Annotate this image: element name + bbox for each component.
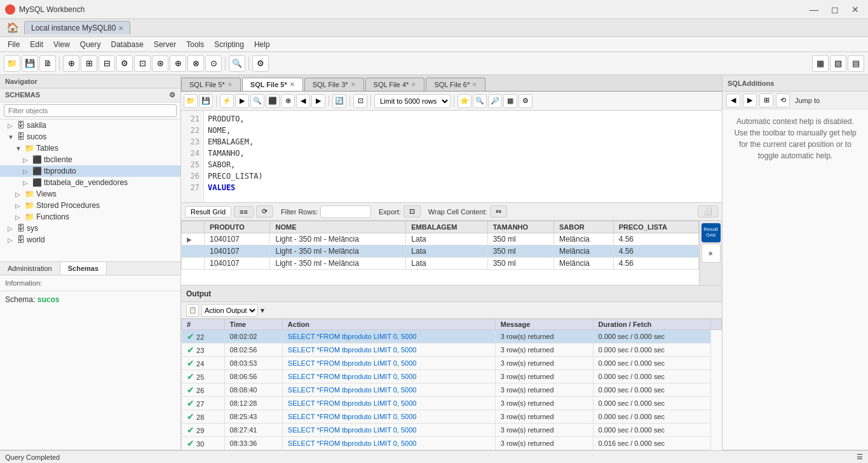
sql-find-btn[interactable]: 🔍 [473, 94, 487, 108]
result-grid-icon-btn[interactable]: ResultGrid [702, 223, 721, 242]
output-icon-btn[interactable]: 📋 [186, 304, 199, 317]
sql-format-btn[interactable]: ⊕ [281, 94, 295, 108]
output-row[interactable]: ✔ 22 08:02:02 SELECT *FROM tbproduto LIM… [182, 330, 722, 343]
col-produto[interactable]: PRODUTO [205, 221, 270, 233]
home-button[interactable]: 🏠 [5, 20, 20, 36]
sql-open-btn[interactable]: 📁 [184, 94, 198, 108]
sql-save-btn[interactable]: 💾 [199, 94, 213, 108]
menu-view[interactable]: View [48, 39, 75, 50]
limit-select[interactable]: Limit to 5000 rows Don't Limit Limit to … [374, 94, 451, 108]
instance-tab[interactable]: Local instance MySQL80 ✕ [24, 21, 130, 34]
result-grid-btn[interactable]: Result Grid [185, 206, 231, 218]
toolbar-btn8[interactable]: ⊗ [187, 55, 204, 72]
output-row[interactable]: ✔ 26 08:08:40 SELECT *FROM tbproduto LIM… [182, 384, 722, 397]
toolbar-btn9[interactable]: ⊙ [205, 55, 222, 72]
output-row[interactable]: ✔ 30 08:33:36 SELECT *FROM tbproduto LIM… [182, 437, 722, 450]
output-row[interactable]: ✔ 23 08:02:56 SELECT *FROM tbproduto LIM… [182, 343, 722, 357]
output-row[interactable]: ✔ 24 08:03:53 SELECT *FROM tbproduto LIM… [182, 357, 722, 370]
output-row[interactable]: ✔ 27 08:12:28 SELECT *FROM tbproduto LIM… [182, 397, 722, 410]
col-tamanho[interactable]: TAMANHO [487, 221, 553, 233]
menu-file[interactable]: File [3, 39, 25, 50]
output-row[interactable]: ✔ 29 08:27:41 SELECT *FROM tbproduto LIM… [182, 424, 722, 437]
tree-item-functions[interactable]: ▷ 📁 Functions [0, 211, 180, 223]
col-preco[interactable]: PRECO_LISTA [613, 221, 698, 233]
sql-fwd-btn[interactable]: ▶ [311, 94, 325, 108]
table-row[interactable]: 1040107 Light - 350 ml - Melância Lata 3… [182, 245, 699, 258]
output-row[interactable]: ✔ 25 08:06:56 SELECT *FROM tbproduto LIM… [182, 370, 722, 384]
menu-tools[interactable]: Tools [181, 39, 209, 50]
filter-input[interactable] [4, 104, 177, 117]
export-btn[interactable]: ⊡ [403, 205, 421, 218]
rp-fwd-btn[interactable]: ▶ [743, 93, 757, 107]
toolbar-save[interactable]: 💾 [22, 55, 38, 72]
menu-database[interactable]: Database [106, 39, 149, 50]
tree-item-tbproduto[interactable]: ▷ ⬛ tbproduto [0, 165, 180, 177]
sql-toggle-btn[interactable]: ⊡ [353, 94, 367, 108]
action-output-select[interactable]: Action Output [201, 304, 258, 317]
wrap-btn[interactable]: ⇔ [490, 205, 507, 218]
sql-tab-close[interactable]: ✕ [411, 81, 416, 88]
sql-tab-2[interactable]: SQL File 3* ✕ [304, 78, 364, 91]
toolbar-new-table[interactable]: ⊞ [81, 55, 97, 72]
toolbar-new-view[interactable]: ⊟ [98, 55, 115, 72]
output-row[interactable]: ✔ 28 08:25:43 SELECT *FROM tbproduto LIM… [182, 410, 722, 424]
sql-add-bookmark[interactable]: ⭐ [458, 94, 471, 108]
toolbar-new-schema[interactable]: ⊕ [63, 55, 79, 72]
rp-auto-btn[interactable]: ⟲ [776, 93, 790, 107]
result-refresh-btn[interactable]: ⟳ [256, 205, 273, 218]
sql-tab-0[interactable]: SQL File 5* ✕ [181, 78, 241, 91]
sql-stop-btn[interactable]: ⬛ [266, 94, 280, 108]
tree-item-tbcliente[interactable]: ▷ ⬛ tbcliente [0, 154, 180, 165]
sql-tab-close[interactable]: ✕ [227, 81, 233, 88]
menu-server[interactable]: Server [149, 39, 181, 50]
tree-item-stored-procs[interactable]: ▷ 📁 Stored Procedures [0, 200, 180, 211]
toolbar-saveas[interactable]: 🗎 [39, 55, 56, 72]
toolbar-layout3[interactable]: ▤ [848, 55, 864, 72]
sql-explain-btn[interactable]: 🔍 [250, 94, 264, 108]
sql-execute-current-btn[interactable]: ▶ [235, 94, 249, 108]
tree-item-sucos[interactable]: ▼ 🗄 sucos [0, 131, 180, 142]
toolbar-settings[interactable]: ⚙ [252, 55, 269, 72]
sql-refresh-btn[interactable]: 🔄 [332, 94, 346, 108]
result-form-btn[interactable]: ≡≡ [234, 206, 254, 218]
toolbar-layout2[interactable]: ▧ [830, 55, 846, 72]
tree-item-views[interactable]: ▷ 📁 Views [0, 188, 180, 200]
toolbar-btn10[interactable]: 🔍 [229, 55, 245, 72]
menu-help[interactable]: Help [249, 39, 275, 50]
menu-edit[interactable]: Edit [25, 39, 48, 50]
toolbar-btn4[interactable]: ⚙ [116, 55, 133, 72]
sql-tab-close[interactable]: ✕ [472, 81, 477, 88]
sql-settings2-btn[interactable]: ⚙ [519, 94, 532, 108]
tab-schemas[interactable]: Schemas [60, 262, 107, 275]
sql-zoomin-btn[interactable]: 🔎 [488, 94, 502, 108]
col-embalagem[interactable]: EMBALAGEM [406, 221, 487, 233]
tab-administration[interactable]: Administration [0, 262, 60, 275]
filter-rows-input[interactable] [320, 205, 371, 218]
schemas-icon[interactable]: ⚙ [169, 91, 175, 99]
sql-tab-3[interactable]: SQL File 4* ✕ [365, 78, 425, 91]
sql-tab-4[interactable]: SQL File 6* ✕ [426, 78, 485, 91]
table-row[interactable]: ▶ 1040107 Light - 350 ml - Melância Lata… [182, 233, 699, 245]
tree-item-tbtabela[interactable]: ▷ ⬛ tbtabela_de_vendedores [0, 177, 180, 188]
toolbar-layout1[interactable]: ▦ [812, 55, 829, 72]
instance-tab-close[interactable]: ✕ [118, 25, 123, 32]
toolbar-btn5[interactable]: ⊡ [134, 55, 151, 72]
sql-columns-btn[interactable]: ▦ [503, 94, 517, 108]
sql-code-area[interactable]: PRODUTO, NOME, EMBALAGEM, TAMANHO, SABOR… [204, 111, 722, 202]
sql-tab-close[interactable]: ✕ [351, 81, 356, 88]
toolbar-open[interactable]: 📁 [4, 55, 20, 72]
sql-tab-close[interactable]: ✕ [290, 81, 295, 88]
result-expand-btn[interactable]: ⬜ [698, 205, 718, 218]
tree-item-sys[interactable]: ▷ 🗄 sys [0, 223, 180, 234]
rp-back-btn[interactable]: ◀ [726, 93, 740, 107]
col-sabor[interactable]: SABOR [553, 221, 613, 233]
minimize-button[interactable]: — [806, 3, 822, 16]
menu-scripting[interactable]: Scripting [209, 39, 249, 50]
table-row[interactable]: 1040107 Light - 350 ml - Melância Lata 3… [182, 258, 699, 270]
maximize-button[interactable]: ◻ [827, 3, 843, 16]
toolbar-btn6[interactable]: ⊛ [152, 55, 168, 72]
toolbar-btn7[interactable]: ⊕ [170, 55, 186, 72]
tree-item-world[interactable]: ▷ 🗄 world [0, 234, 180, 245]
close-button[interactable]: ✕ [848, 3, 863, 16]
rp-page-btn[interactable]: ⊞ [759, 93, 773, 107]
